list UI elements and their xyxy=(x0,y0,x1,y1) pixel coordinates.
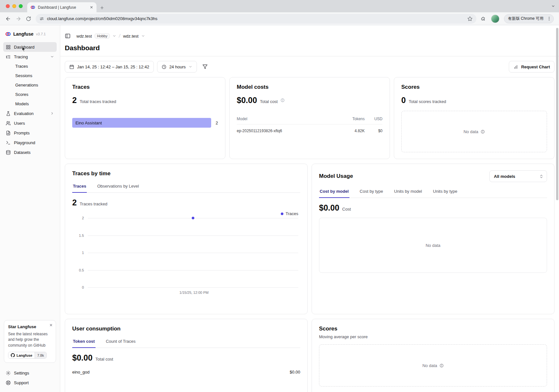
sidebar-item-settings[interactable]: Settings xyxy=(3,368,57,378)
tab-count-of-traces[interactable]: Count of Traces xyxy=(105,336,136,348)
project-name[interactable]: wdz.test xyxy=(123,34,139,39)
sidebar-item-models[interactable]: Models xyxy=(3,99,57,109)
bookmark-star-icon[interactable] xyxy=(467,16,473,21)
browser-tab-strip: Dashboard | Langfuse xyxy=(0,0,559,12)
info-icon[interactable] xyxy=(481,130,485,134)
sidebar-item-label: Evaluation xyxy=(14,111,34,116)
github-icon xyxy=(11,353,15,357)
tab-token-cost[interactable]: Token cost xyxy=(72,336,96,348)
card-title: Scores xyxy=(401,84,547,90)
no-data-label: No data xyxy=(422,363,437,368)
site-info-icon[interactable] xyxy=(40,17,44,21)
sidebar-item-scores[interactable]: Scores xyxy=(3,90,57,99)
browser-profile-avatar[interactable] xyxy=(491,15,499,23)
sidebar-item-dashboard[interactable]: Dashboard xyxy=(3,42,57,52)
user-name: eino_god xyxy=(72,370,90,375)
model-usage-empty-state: No data xyxy=(319,218,547,273)
reload-button[interactable] xyxy=(26,16,31,21)
user-consumption-value: $0.00 xyxy=(72,353,93,363)
sidebar-item-generations[interactable]: Generations xyxy=(3,80,57,90)
column-header: Model xyxy=(237,117,336,121)
sidebar-item-evaluation[interactable]: Evaluation xyxy=(3,109,57,118)
star-card-body: See the latest releases and help grow th… xyxy=(8,331,52,348)
table-row[interactable]: ep-20250112193826-xftq6 4.82K $0 xyxy=(237,124,382,137)
tab-cost-by-model[interactable]: Cost by model xyxy=(319,186,349,198)
scores-total-label: Total scores tracked xyxy=(409,99,446,104)
trace-bar[interactable]: Eino Assistant xyxy=(72,118,211,128)
tab-search-chevron-icon[interactable] xyxy=(551,4,555,8)
model-usage-tabs: Cost by model Cost by type Units by mode… xyxy=(319,186,547,198)
sidebar-item-prompts[interactable]: Prompts xyxy=(3,128,57,138)
window-close-button[interactable] xyxy=(6,4,10,8)
trace-bar-row[interactable]: Eino Assistant 2 xyxy=(72,118,218,128)
interval-picker[interactable]: 24 hours xyxy=(157,61,197,73)
sidebar-item-tracing[interactable]: Tracing xyxy=(3,52,57,62)
org-name[interactable]: wdz.test xyxy=(76,34,92,39)
column-header: Tokens xyxy=(336,117,365,121)
users-icon xyxy=(6,121,11,126)
traces-by-time-tabs: Traces Observations by Level xyxy=(72,181,300,193)
request-chart-button[interactable]: Request Chart xyxy=(509,61,554,73)
chevron-right-icon xyxy=(50,111,54,115)
tab-units-by-type[interactable]: Units by type xyxy=(432,186,458,198)
extensions-icon[interactable] xyxy=(481,16,486,21)
chrome-update-button[interactable]: 有新版 Chrome 可用 xyxy=(504,14,554,23)
tab-cost-by-type[interactable]: Cost by type xyxy=(359,186,384,198)
column-header: USD xyxy=(365,117,382,121)
sidebar-item-support[interactable]: Support xyxy=(3,378,57,387)
card-title: Traces by time xyxy=(72,170,300,177)
breadcrumb: wdz.test Hobby / wdz.test xyxy=(76,33,145,39)
no-data-label: No data xyxy=(426,243,440,248)
calendar-icon xyxy=(69,64,74,69)
close-icon[interactable] xyxy=(49,323,53,327)
model-usage-cost-value: $0.00 xyxy=(319,203,339,213)
sidebar-item-traces[interactable]: Traces xyxy=(3,62,57,71)
y-axis-tick: 0 xyxy=(82,285,84,289)
window-minimize-button[interactable] xyxy=(12,4,16,8)
new-tab-button[interactable] xyxy=(100,6,104,10)
date-range-picker[interactable]: Jan 14, 25 : 12:42 – Jan 15, 25 : 12:42 xyxy=(65,61,154,73)
browser-menu-icon[interactable] xyxy=(547,16,552,21)
project-switcher-chevron-icon[interactable] xyxy=(141,34,145,38)
back-button[interactable] xyxy=(5,16,11,22)
model-filter-select[interactable]: All models xyxy=(489,170,547,182)
page-scrollbar[interactable] xyxy=(556,28,558,200)
address-bar[interactable]: cloud.langfuse.com/project/cm50idm0208mx… xyxy=(36,14,476,24)
gridline xyxy=(88,253,298,253)
star-langfuse-card: Star Langfuse See the latest releases an… xyxy=(4,320,56,363)
sidebar-item-users[interactable]: Users xyxy=(3,118,57,128)
sidebar-toggle-icon[interactable] xyxy=(65,33,71,39)
window-zoom-button[interactable] xyxy=(19,4,23,8)
file-text-icon xyxy=(6,131,11,135)
tab-traces[interactable]: Traces xyxy=(72,181,87,193)
gridline xyxy=(88,270,298,271)
card-subtitle: Moving average per score xyxy=(319,334,547,339)
info-icon[interactable] xyxy=(280,98,285,102)
scores-total-value: 0 xyxy=(401,96,406,105)
chevron-down-icon xyxy=(50,55,54,59)
tab-units-by-model[interactable]: Units by model xyxy=(394,186,423,198)
info-icon[interactable] xyxy=(439,363,444,368)
org-switcher-chevron-icon[interactable] xyxy=(112,34,116,38)
sidebar-item-label: Settings xyxy=(14,371,29,375)
filter-button[interactable] xyxy=(200,61,210,73)
github-star-badge[interactable]: Langfuse 7.8k xyxy=(8,352,47,359)
database-icon xyxy=(6,150,11,155)
card-title: Scores xyxy=(319,326,547,332)
chart-point[interactable] xyxy=(192,217,194,219)
user-row[interactable]: eino_god $0.00 xyxy=(72,370,300,375)
usd-cell: $0 xyxy=(365,129,382,133)
list-tree-icon xyxy=(6,54,11,59)
sidebar-item-playground[interactable]: Playground xyxy=(3,138,57,147)
card-title: Model Usage xyxy=(319,173,353,179)
bar-chart-icon xyxy=(513,64,518,69)
forward-button[interactable] xyxy=(16,16,21,22)
browser-tab[interactable]: Dashboard | Langfuse xyxy=(27,2,97,12)
tab-observations-by-level[interactable]: Observations by Level xyxy=(97,181,140,192)
sidebar-spacer xyxy=(3,157,57,320)
plan-badge: Hobby xyxy=(95,33,110,39)
card-title: Traces xyxy=(72,84,218,90)
tab-close-icon[interactable] xyxy=(90,6,93,9)
sidebar-item-sessions[interactable]: Sessions xyxy=(3,71,57,80)
sidebar-item-datasets[interactable]: Datasets xyxy=(3,147,57,157)
